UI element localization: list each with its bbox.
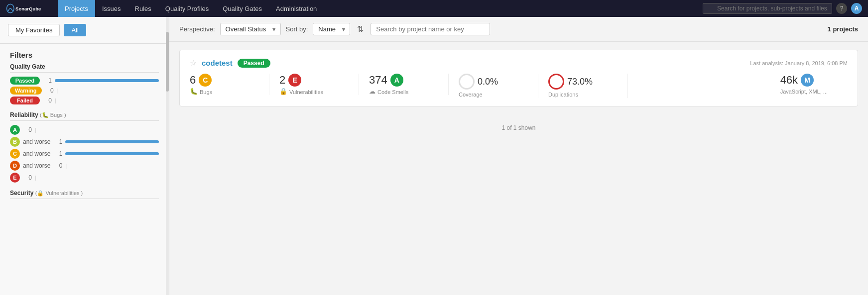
- nav-quality-profiles[interactable]: Quality Profiles: [158, 0, 216, 17]
- favorite-star-icon[interactable]: ☆: [190, 58, 197, 68]
- perspective-select-wrap: Overall Status ▼: [220, 23, 281, 35]
- metric-duplications: 73.0% Duplications: [548, 74, 628, 98]
- quality-gate-passed-badge[interactable]: Passed: [10, 77, 40, 85]
- metric-coverage-value-wrap: 0.0%: [459, 74, 498, 90]
- nav-administration[interactable]: Administration: [269, 0, 324, 17]
- filter-row-b[interactable]: B and worse 1: [10, 137, 159, 147]
- reliability-title: Reliability (🐛 Bugs ): [10, 111, 159, 121]
- grade-e-dash: |: [35, 175, 36, 181]
- quality-gate-failed-badge[interactable]: Failed: [10, 97, 40, 104]
- code-smells-label: Code Smells: [377, 89, 408, 95]
- project-card: ☆ codetest Passed Last analysis: January…: [179, 50, 858, 106]
- security-subtitle: (🔒 Vulnerabilities ): [35, 190, 83, 196]
- filter-row-d[interactable]: D and worse 0 |: [10, 161, 159, 171]
- coverage-circle: [459, 74, 475, 90]
- quality-gate-failed-dash: |: [55, 98, 56, 103]
- sidebar-scroll-track: [166, 17, 169, 295]
- quality-gate-warning-dash: |: [57, 88, 58, 94]
- nav-projects[interactable]: Projects: [58, 0, 95, 17]
- project-card-header: ☆ codetest Passed Last analysis: January…: [190, 58, 848, 68]
- bugs-count: 6: [190, 74, 196, 87]
- metric-bugs: 6 C 🐛 Bugs: [190, 74, 269, 95]
- projects-list: ☆ codetest Passed Last analysis: January…: [169, 42, 868, 120]
- loc-value: 46k: [780, 74, 798, 87]
- grade-d-circle[interactable]: D: [10, 161, 20, 171]
- project-search-input[interactable]: [371, 23, 490, 35]
- quality-gate-warning-count: 0: [45, 87, 54, 94]
- sort-by-select[interactable]: Name: [313, 23, 350, 35]
- metric-code-smells-block: 374 A ☁ Code Smells: [369, 74, 408, 95]
- last-analysis: Last analysis: January 8, 2019, 6:08 PM: [750, 60, 848, 66]
- nav-quality-gates[interactable]: Quality Gates: [216, 0, 269, 17]
- metric-loc: 46k M JavaScript, XML, ...: [770, 74, 838, 95]
- vulnerabilities-icon: 🔒: [279, 88, 287, 95]
- metric-code-smells: 374 A ☁ Code Smells: [369, 74, 449, 95]
- reliability-subtitle: (🐛 Bugs ): [40, 112, 66, 118]
- vulnerabilities-rating: E: [288, 74, 301, 87]
- grade-b-bar-wrap: [65, 140, 159, 143]
- quality-gate-warning-badge[interactable]: Warning: [10, 87, 42, 95]
- duplications-value: 73.0%: [567, 77, 593, 87]
- filter-row-warning[interactable]: Warning 0 |: [10, 87, 159, 95]
- metric-loc-block: 46k M JavaScript, XML, ...: [780, 74, 828, 95]
- bugs-icon: 🐛: [190, 88, 198, 95]
- grade-e-circle[interactable]: E: [10, 173, 20, 183]
- quality-gate-filter: Quality Gate Passed 1 Warning 0 | Failed…: [10, 63, 159, 104]
- project-name[interactable]: codetest: [202, 59, 233, 67]
- metric-coverage-block: 0.0% Coverage: [459, 74, 498, 98]
- metric-duplications-block: 73.0% Duplications: [548, 74, 593, 98]
- loc-avatar: M: [801, 74, 814, 87]
- filter-row-failed[interactable]: Failed 0 |: [10, 97, 159, 104]
- perspective-select[interactable]: Overall Status: [220, 23, 281, 35]
- project-metrics: 6 C 🐛 Bugs 2: [190, 74, 848, 98]
- sidebar-divider: [0, 43, 169, 44]
- metric-bugs-block: 6 C 🐛 Bugs: [190, 74, 212, 95]
- quality-gate-passed-bar-wrap: [55, 79, 159, 82]
- code-smells-rating: A: [390, 74, 403, 87]
- help-button[interactable]: ?: [836, 3, 847, 14]
- filter-row-e[interactable]: E 0 |: [10, 173, 159, 183]
- filter-row-c[interactable]: C and worse 1: [10, 149, 159, 159]
- coverage-value: 0.0%: [478, 77, 498, 87]
- grade-a-count: 0: [23, 126, 32, 133]
- filters-title: Filters: [10, 51, 159, 63]
- metric-vuln-value-wrap: 2 E: [279, 74, 323, 87]
- grade-d-label: and worse: [23, 162, 50, 169]
- projects-count: 1 projects: [828, 25, 858, 33]
- code-smells-icon: ☁: [369, 88, 375, 95]
- security-filter: Security (🔒 Vulnerabilities ): [10, 190, 159, 199]
- coverage-label: Coverage: [459, 92, 483, 98]
- grade-a-circle[interactable]: A: [10, 125, 20, 135]
- nav-rules[interactable]: Rules: [128, 0, 158, 17]
- topnav-right: 🔍 ? A: [703, 3, 862, 14]
- tab-my-favorites[interactable]: My Favorites: [8, 24, 60, 36]
- grade-d-dash: |: [65, 163, 67, 169]
- metric-coverage: 0.0% Coverage: [459, 74, 538, 98]
- sort-by-select-wrap: Name ▼: [313, 23, 350, 35]
- quality-gate-failed-count: 0: [43, 97, 52, 104]
- filter-row-passed[interactable]: Passed 1: [10, 77, 159, 85]
- grade-b-circle[interactable]: B: [10, 137, 20, 147]
- quality-gate-passed-bar: [55, 79, 159, 82]
- status-badge: Passed: [238, 59, 270, 68]
- grade-b-count: 1: [53, 138, 62, 145]
- nav-issues[interactable]: Issues: [95, 0, 128, 17]
- languages-label: JavaScript, XML, ...: [780, 89, 828, 95]
- avatar[interactable]: A: [851, 3, 862, 14]
- filter-row-a[interactable]: A 0 |: [10, 125, 159, 135]
- global-search-input[interactable]: [703, 3, 832, 14]
- bugs-label: Bugs: [200, 89, 212, 95]
- tab-all[interactable]: All: [64, 24, 86, 36]
- metric-bugs-value-wrap: 6 C: [190, 74, 212, 87]
- sort-by-label: Sort by:: [286, 25, 308, 33]
- sort-order-icon[interactable]: ⇅: [355, 23, 366, 35]
- svg-text:SonarQube: SonarQube: [15, 6, 41, 11]
- metric-smells-value-wrap: 374 A: [369, 74, 408, 87]
- metric-vulnerabilities-block: 2 E 🔒 Vulnerabilities: [279, 74, 323, 95]
- grade-c-circle[interactable]: C: [10, 149, 20, 159]
- topnav-menu: Projects Issues Rules Quality Profiles Q…: [58, 0, 703, 17]
- sidebar-scroll-thumb[interactable]: [166, 32, 169, 92]
- grade-b-label: and worse: [23, 138, 50, 145]
- security-title: Security (🔒 Vulnerabilities ): [10, 190, 159, 199]
- metric-vulnerabilities: 2 E 🔒 Vulnerabilities: [279, 74, 359, 95]
